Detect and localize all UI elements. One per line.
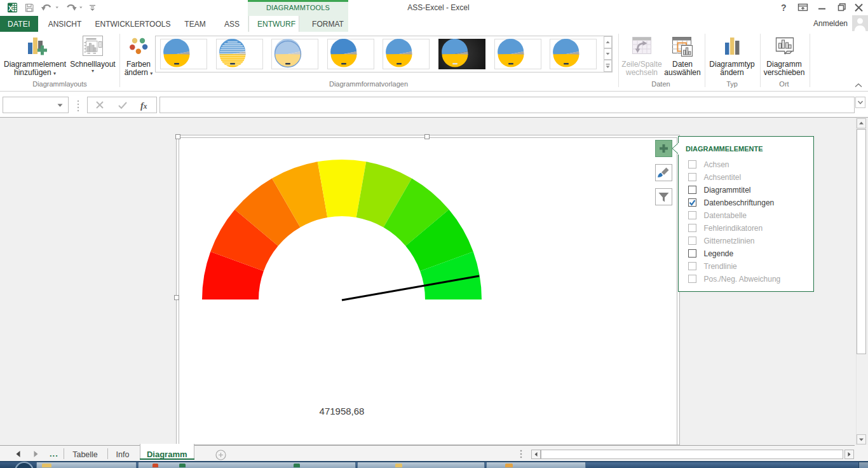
svg-text:?: ?: [781, 3, 787, 13]
svg-text:fx: fx: [140, 100, 147, 111]
svg-text:X: X: [8, 4, 13, 12]
svg-text:471958,68: 471958,68: [320, 406, 365, 416]
